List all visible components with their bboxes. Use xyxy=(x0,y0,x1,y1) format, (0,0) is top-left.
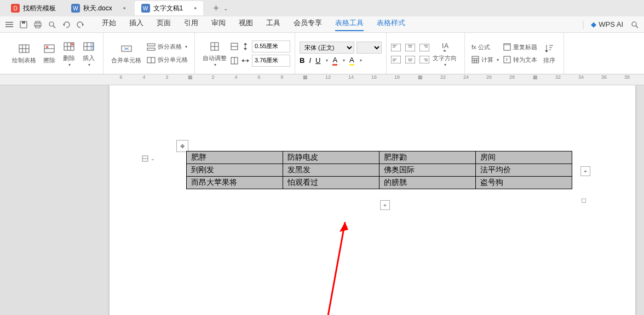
ruler-mark: 32 xyxy=(547,74,570,80)
align-mid-right-icon[interactable] xyxy=(419,56,429,63)
draw-table-button[interactable]: 绘制表格 xyxy=(9,40,39,67)
split-cells-button[interactable]: 拆分单元格 xyxy=(145,55,190,66)
italic-button[interactable]: I xyxy=(309,56,311,65)
ruler-mark: 36 xyxy=(593,74,616,80)
insert-icon xyxy=(82,40,95,53)
tab-templates[interactable]: D 找稻壳模板 xyxy=(4,1,62,15)
page[interactable]: ✥ ⌄ 肥胖 防静电皮 肥胖勠 房间 到刚发 发黑发 佛奥国际 法平均价 xyxy=(110,85,635,315)
draw-table-icon xyxy=(18,42,31,55)
autofit-button[interactable]: 自动调整▾ xyxy=(199,38,230,69)
table-cell[interactable]: 而昂大苹果将 xyxy=(187,177,283,189)
svg-rect-60 xyxy=(419,44,429,51)
svg-line-34 xyxy=(124,49,127,50)
font-select[interactable]: 宋体 (正文) xyxy=(300,42,354,54)
table-cell[interactable]: 到刚发 xyxy=(187,164,283,177)
formula-button[interactable]: fx 公式 xyxy=(469,42,501,52)
sort-button[interactable]: 排序 xyxy=(539,40,559,67)
menu-table-tools[interactable]: 表格工具 xyxy=(335,18,364,31)
table-row-handle[interactable]: ⌄ xyxy=(140,153,157,164)
tab-modified-icon: • xyxy=(123,4,126,13)
delete-button[interactable]: 删除▾ xyxy=(59,38,79,69)
repeat-header-button[interactable]: 重复标题 xyxy=(501,42,539,52)
menu-tools[interactable]: 工具 xyxy=(266,18,280,31)
table-cell[interactable]: 防静电皮 xyxy=(283,151,380,164)
table-add-column-button[interactable]: + xyxy=(580,166,590,176)
row-height-input[interactable] xyxy=(252,40,290,52)
tab-doc1[interactable]: W 秋天.docx • xyxy=(65,1,133,15)
sort-icon xyxy=(543,42,556,55)
table-cell[interactable]: 怕观看过 xyxy=(283,177,380,189)
menu-reference[interactable]: 引用 xyxy=(184,18,198,31)
quick-access xyxy=(4,20,85,30)
svg-marker-11 xyxy=(82,23,84,26)
table-cell[interactable]: 法平均价 xyxy=(476,164,572,177)
table-resize-handle[interactable] xyxy=(582,199,586,203)
split-table-button[interactable]: 拆分表格▾ xyxy=(145,42,190,52)
align-top-right-icon[interactable] xyxy=(419,44,429,51)
document-area[interactable]: ✥ ⌄ 肥胖 防静电皮 肥胖勠 房间 到刚发 发黑发 佛奥国际 法平均价 xyxy=(0,85,644,315)
convert-text-button[interactable]: T 转为文本 xyxy=(501,55,539,65)
print-icon[interactable] xyxy=(33,20,43,30)
svg-rect-63 xyxy=(391,56,401,63)
table-row[interactable]: 肥胖 防静电皮 肥胖勠 房间 xyxy=(187,151,572,164)
svg-rect-69 xyxy=(419,56,429,63)
table-add-row-button[interactable]: + xyxy=(380,200,390,210)
wps-ai-button[interactable]: ◆ WPS AI xyxy=(591,20,623,28)
ruler-mark: 22 xyxy=(432,74,455,80)
new-tab-button[interactable]: + xyxy=(210,3,222,14)
search-icon[interactable] xyxy=(630,20,640,30)
tab-list-dropdown[interactable]: ⌄ xyxy=(223,5,228,11)
table-cell[interactable]: 盗号狗 xyxy=(476,177,572,189)
text-color-button[interactable]: A xyxy=(332,56,337,66)
table-cell[interactable]: 佛奥国际 xyxy=(380,164,476,177)
table-cell[interactable]: 的膀胱 xyxy=(380,177,476,189)
svg-text:A: A xyxy=(444,42,449,50)
menu-member[interactable]: 会员专享 xyxy=(294,18,322,31)
menu-review[interactable]: 审阅 xyxy=(211,18,226,31)
font-size-select[interactable] xyxy=(357,42,382,54)
svg-line-35 xyxy=(127,48,129,49)
repeat-header-label: 重复标题 xyxy=(513,43,537,51)
bold-button[interactable]: B xyxy=(300,56,304,65)
insert-button[interactable]: 插入▾ xyxy=(79,38,99,69)
calc-button[interactable]: 计算▾ xyxy=(469,55,501,65)
svg-rect-0 xyxy=(5,22,13,23)
svg-marker-74 xyxy=(443,50,446,51)
align-mid-center-icon[interactable] xyxy=(405,56,415,63)
document-table[interactable]: 肥胖 防静电皮 肥胖勠 房间 到刚发 发黑发 佛奥国际 法平均价 而昂大苹果将 … xyxy=(186,151,572,189)
width-icon xyxy=(241,56,250,65)
align-top-center-icon[interactable] xyxy=(405,44,415,51)
undo-icon[interactable] xyxy=(61,20,71,30)
align-top-left-icon[interactable] xyxy=(391,44,401,51)
ruler-mark: ▦ xyxy=(524,74,547,80)
highlight-button[interactable]: A xyxy=(349,56,354,66)
menu-view[interactable]: 视图 xyxy=(239,18,253,31)
menu-table-style[interactable]: 表格样式 xyxy=(377,18,405,31)
table-cell[interactable]: 肥胖勠 xyxy=(380,151,476,164)
table-cell[interactable]: 肥胖 xyxy=(187,151,283,164)
redo-icon[interactable] xyxy=(76,20,85,30)
menu-icon[interactable] xyxy=(4,20,14,30)
svg-text:I: I xyxy=(442,42,444,50)
table-row[interactable]: 到刚发 发黑发 佛奥国际 法平均价 xyxy=(187,164,572,177)
table-cell[interactable]: 发黑发 xyxy=(283,164,380,177)
table-row[interactable]: 而昂大苹果将 怕观看过 的膀胱 盗号狗 xyxy=(187,177,572,189)
delete-label: 删除 xyxy=(63,54,75,62)
menu-items: 开始 插入 页面 引用 审阅 视图 工具 会员专享 表格工具 表格样式 xyxy=(102,18,405,31)
menu-page[interactable]: 页面 xyxy=(157,18,171,31)
col-width-input[interactable] xyxy=(252,55,290,67)
preview-icon[interactable] xyxy=(47,20,57,30)
menu-insert[interactable]: 插入 xyxy=(129,18,143,31)
merge-cells-button[interactable]: 合并单元格 xyxy=(108,40,145,67)
table-cell[interactable]: 房间 xyxy=(476,151,572,164)
ruler-mark: 16 xyxy=(363,74,386,80)
eraser-button[interactable]: 擦除 xyxy=(39,40,59,67)
tab-doc2[interactable]: W 文字文稿1 • xyxy=(135,1,204,15)
underline-button[interactable]: U xyxy=(315,56,320,65)
menu-start[interactable]: 开始 xyxy=(102,18,116,31)
save-icon[interactable] xyxy=(19,20,28,30)
svg-rect-57 xyxy=(405,44,415,51)
text-direction-button[interactable]: IA 文字方向▾ xyxy=(429,38,460,69)
align-mid-left-icon[interactable] xyxy=(391,56,401,63)
table-move-handle[interactable]: ✥ xyxy=(176,140,188,152)
